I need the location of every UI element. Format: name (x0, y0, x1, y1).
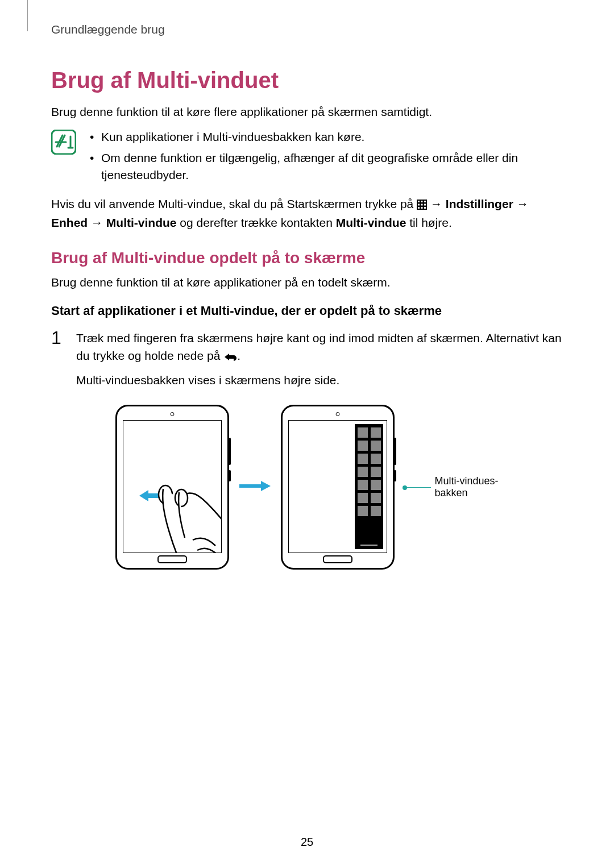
text-segment: → (513, 197, 529, 210)
text-segment: til højre. (406, 216, 452, 229)
note-item-1: Kun applikationer i Multi-vinduesbakken … (86, 128, 563, 146)
text-bold: Enhed (51, 216, 88, 229)
svg-rect-4 (424, 201, 426, 202)
multi-window-tray (355, 424, 383, 549)
figure-tablet-swipe (115, 405, 229, 570)
text-segment: → (88, 216, 106, 229)
svg-rect-3 (421, 201, 423, 202)
text-bold: Multi-vindue (336, 216, 406, 229)
section-intro: Brug denne funktion til at køre applikat… (51, 274, 563, 291)
svg-rect-8 (418, 207, 420, 209)
section-heading: Brug af Multi-vindue opdelt på to skærme (51, 249, 563, 267)
step-number: 1 (51, 329, 76, 347)
intro-paragraph: Brug denne funktion til at køre flere ap… (51, 103, 563, 121)
svg-point-12 (175, 489, 188, 506)
callout-leader-line (405, 487, 431, 488)
step-1: 1 Træk med fingeren fra skærmens højre k… (51, 330, 563, 394)
svg-rect-5 (418, 203, 420, 205)
back-icon (223, 349, 237, 366)
hand-gesture-icon (153, 472, 222, 553)
left-margin-rule (27, 0, 28, 31)
subsection-heading: Start af applikationer i et Multi-vindue… (51, 304, 563, 318)
arrow-right-icon (239, 480, 271, 495)
text-bold: Multi-vindue (106, 216, 177, 229)
page-title: Brug af Multi-vinduet (51, 68, 563, 93)
figure-tablet-tray (281, 405, 395, 570)
figure-row: Multi-vindues- bakken (51, 405, 563, 570)
svg-rect-9 (421, 207, 423, 209)
text-segment: Træk med fingeren fra skærmens højre kan… (76, 331, 562, 362)
step-text-2: Multi-vinduesbakken vises i skærmens høj… (76, 372, 563, 389)
page-number: 25 (0, 836, 614, 849)
note-block: Kun applikationer i Multi-vinduesbakken … (51, 128, 563, 187)
text-segment: → (427, 197, 446, 210)
text-segment: og derefter trække kontakten (177, 216, 336, 229)
svg-rect-6 (421, 203, 423, 205)
svg-rect-10 (424, 207, 426, 209)
note-icon (51, 130, 76, 155)
svg-rect-7 (424, 203, 426, 205)
instruction-paragraph: Hvis du vil anvende Multi-vindue, skal d… (51, 196, 563, 232)
step-text-1: Træk med fingeren fra skærmens højre kan… (76, 330, 563, 366)
figure-callout: Multi-vindues- bakken (405, 475, 498, 500)
text-segment: . (237, 349, 240, 362)
apps-grid-icon (417, 197, 427, 214)
text-segment: Hvis du vil anvende Multi-vindue, skal d… (51, 197, 417, 210)
note-item-2: Om denne funktion er tilgængelig, afhæng… (86, 149, 563, 184)
callout-label: Multi-vindues- bakken (434, 475, 498, 500)
running-head: Grundlæggende brug (51, 23, 563, 36)
svg-rect-2 (418, 201, 420, 202)
text-bold: Indstillinger (446, 197, 513, 210)
